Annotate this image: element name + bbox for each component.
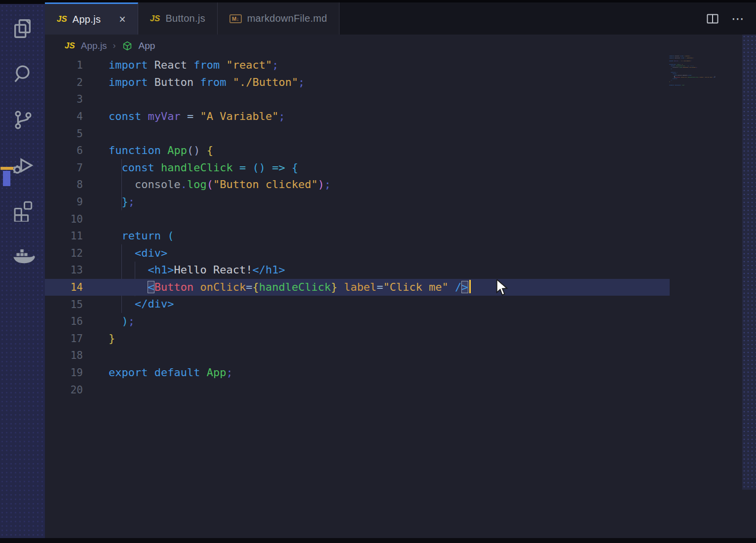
debug-icon <box>11 153 35 179</box>
activity-bar-item-files-icon[interactable] <box>8 15 38 44</box>
breadcrumb-symbol[interactable]: App <box>139 40 155 51</box>
line-number: 18 <box>45 349 83 361</box>
line-content: return ( <box>109 228 174 245</box>
line-content: } <box>109 330 115 348</box>
activity-bar-item-search-icon[interactable] <box>8 60 38 90</box>
activity-bar-item-docker-icon[interactable] <box>8 242 38 272</box>
line-number: 16 <box>45 315 83 327</box>
code-line-15[interactable]: 15 </div> <box>45 296 756 313</box>
overview-ruler-marker <box>0 167 13 170</box>
window-bottom-edge <box>0 538 756 543</box>
line-number: 14 <box>45 281 83 293</box>
activity-bar <box>0 4 45 538</box>
line-number: 9 <box>45 196 83 208</box>
code-line-11[interactable]: 11 return ( <box>45 228 756 245</box>
breadcrumb-separator-icon: › <box>113 40 116 51</box>
tab-Button.js[interactable]: JSButton.js <box>138 2 218 35</box>
line-content: <div> <box>109 245 167 262</box>
breadcrumb-file[interactable]: App.js <box>81 40 107 51</box>
code-line-12[interactable]: 12 <div> <box>45 245 756 262</box>
line-number: 10 <box>45 213 83 225</box>
code-line-7[interactable]: 7 const handleClick = () => { <box>45 159 756 177</box>
line-number: 12 <box>45 247 83 259</box>
tab-close-icon[interactable]: × <box>119 14 125 25</box>
tab-label: Button.js <box>165 13 205 24</box>
tab-label: markdownFile.md <box>247 13 327 24</box>
line-content: <Button onClick={handleClick} label="Cli… <box>109 279 471 296</box>
code-line-10[interactable]: 10 <box>45 210 756 228</box>
line-number: 8 <box>45 179 83 191</box>
line-content: ); <box>109 313 135 330</box>
code-line-17[interactable]: 17} <box>45 330 756 348</box>
scrollbar-thumb[interactable] <box>3 171 10 186</box>
code-line-18[interactable]: 18 <box>45 347 756 364</box>
line-content: export default App; <box>109 364 233 382</box>
line-number: 4 <box>45 111 83 122</box>
code-line-8[interactable]: 8 console.log("Button clicked"); <box>45 176 756 194</box>
code-line-1[interactable]: 1import React from "react"; <box>45 57 756 74</box>
line-content: }; <box>109 194 135 211</box>
line-content: import React from "react"; <box>109 57 278 74</box>
line-content: console.log("Button clicked"); <box>109 176 331 194</box>
line-number: 17 <box>45 333 83 345</box>
docker-icon <box>10 243 35 270</box>
line-content: const myVar = "A Variable"; <box>109 108 285 125</box>
code-line-16[interactable]: 16 ); <box>45 313 756 330</box>
line-content: </div> <box>109 296 174 313</box>
text-caret <box>469 280 471 293</box>
breadcrumb: JS App.js › App <box>45 35 155 57</box>
line-number: 13 <box>45 264 83 276</box>
code-line-14[interactable]: 14 <Button onClick={handleClick} label="… <box>45 279 756 296</box>
files-icon <box>11 17 34 42</box>
code-line-19[interactable]: 19export default App; <box>45 364 756 382</box>
line-content: const handleClick = () => { <box>109 159 298 177</box>
line-content: import Button from "./Button"; <box>109 74 304 91</box>
line-number: 3 <box>45 93 83 105</box>
code-editor[interactable]: 1import React from "react";2import Butto… <box>45 57 756 402</box>
line-number: 19 <box>45 367 83 379</box>
code-line-5[interactable]: 5 <box>45 125 756 142</box>
breadcrumb-file-icon: JS <box>65 41 75 51</box>
line-number: 15 <box>45 299 83 310</box>
line-number: 11 <box>45 230 83 242</box>
js-file-icon: JS <box>57 14 67 24</box>
activity-bar-item-source-control-icon[interactable] <box>8 106 38 135</box>
line-number: 5 <box>45 128 83 140</box>
line-number: 6 <box>45 145 83 156</box>
tab-label: App.js <box>73 14 101 25</box>
code-line-2[interactable]: 2import Button from "./Button"; <box>45 74 756 91</box>
minimap[interactable]: import React from "react";import Button … <box>669 55 723 95</box>
code-line-13[interactable]: 13 <h1>Hello React!</h1> <box>45 262 756 279</box>
markdown-file-icon: M↓ <box>229 14 242 23</box>
scrollbar-track[interactable] <box>742 35 756 490</box>
activity-bar-item-extensions-icon[interactable] <box>8 196 38 226</box>
search-icon <box>11 63 34 87</box>
line-number: 7 <box>45 162 83 174</box>
line-number: 2 <box>45 77 83 88</box>
symbol-cube-icon <box>122 40 133 51</box>
source-control-icon <box>11 108 34 133</box>
code-line-3[interactable]: 3 <box>45 91 756 108</box>
tab-App.js[interactable]: JSApp.js× <box>45 2 138 35</box>
line-content: function App() { <box>109 142 213 159</box>
code-line-4[interactable]: 4const myVar = "A Variable"; <box>45 108 756 125</box>
activity-bar-item-debug-icon[interactable] <box>8 151 38 181</box>
code-line-6[interactable]: 6function App() { <box>45 142 756 159</box>
code-line-20[interactable]: 20 <box>45 381 756 398</box>
editor-tab-bar: JSApp.js×JSButton.jsM↓markdownFile.md⋯ <box>45 2 756 35</box>
code-line-9[interactable]: 9 }; <box>45 194 756 211</box>
line-number: 1 <box>45 59 83 71</box>
line-number: 20 <box>45 384 83 396</box>
tab-markdownFile.md[interactable]: M↓markdownFile.md <box>218 2 340 35</box>
js-file-icon: JS <box>150 14 160 24</box>
extensions-icon <box>11 199 34 224</box>
line-content: <h1>Hello React!</h1> <box>109 262 285 279</box>
split-editor-icon[interactable] <box>707 14 718 24</box>
